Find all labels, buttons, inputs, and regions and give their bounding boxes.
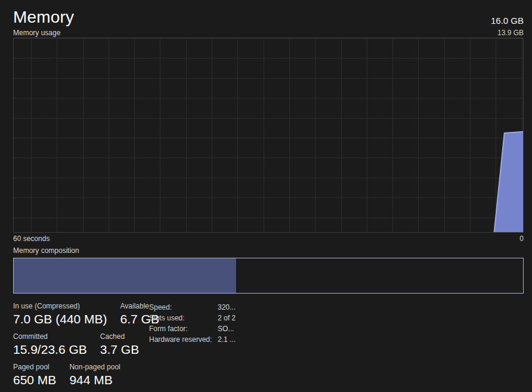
memory-usage-graph[interactable] bbox=[13, 38, 524, 233]
stat-label: Non-paged pool bbox=[69, 363, 120, 371]
usage-time-axis: 60 seconds 0 bbox=[13, 234, 524, 243]
detail-value: 2.1 ... bbox=[218, 334, 236, 345]
detail-hardware-reserved: Hardware reserved: 2.1 ... bbox=[149, 334, 236, 345]
stat-value: 7.0 GB (440 MB) bbox=[13, 311, 107, 327]
usage-scale-max-label: 13.9 GB bbox=[497, 29, 524, 37]
stat-value: 15.9/23.6 GB bbox=[13, 341, 87, 357]
stat-cached: Cached 3.7 GB bbox=[100, 332, 139, 357]
detail-label: Form factor: bbox=[149, 323, 218, 334]
total-memory-value: 16.0 GB bbox=[491, 16, 524, 27]
stat-value: 3.7 GB bbox=[100, 341, 139, 357]
composition-section-label: Memory composition bbox=[13, 246, 524, 255]
time-now-label: 0 bbox=[519, 234, 524, 243]
stat-value: 650 MB bbox=[13, 372, 56, 388]
detail-value: 320... bbox=[218, 302, 236, 313]
memory-usage-area-series bbox=[14, 38, 523, 232]
hardware-details: Speed: 320... Slots used: 2 of 2 Form fa… bbox=[149, 302, 236, 345]
detail-value: SO... bbox=[218, 323, 234, 334]
detail-label: Speed: bbox=[149, 302, 218, 313]
detail-form-factor: Form factor: SO... bbox=[149, 323, 236, 334]
stat-value: 944 MB bbox=[69, 372, 120, 388]
stat-label: Cached bbox=[100, 332, 139, 341]
stat-label: In use (Compressed) bbox=[13, 302, 107, 310]
detail-slots-used: Slots used: 2 of 2 bbox=[149, 313, 236, 323]
detail-value: 2 of 2 bbox=[218, 313, 236, 323]
stat-label: Paged pool bbox=[13, 363, 56, 371]
stat-committed: Committed 15.9/23.6 GB bbox=[13, 332, 87, 357]
stat-row: Committed 15.9/23.6 GB Cached 3.7 GB bbox=[13, 332, 524, 357]
memory-stats: In use (Compressed) 7.0 GB (440 MB) Avai… bbox=[13, 302, 524, 388]
time-span-label: 60 seconds bbox=[13, 234, 50, 243]
stat-paged-pool: Paged pool 650 MB bbox=[13, 363, 56, 388]
stat-label: Committed bbox=[13, 332, 87, 341]
page-title: Memory bbox=[13, 7, 74, 27]
composition-in-use-segment bbox=[14, 258, 237, 293]
detail-speed: Speed: 320... bbox=[149, 302, 236, 313]
stat-in-use: In use (Compressed) 7.0 GB (440 MB) bbox=[13, 302, 107, 327]
memory-composition-bar[interactable] bbox=[13, 258, 524, 294]
stat-row: In use (Compressed) 7.0 GB (440 MB) Avai… bbox=[13, 302, 524, 327]
stat-row: Paged pool 650 MB Non-paged pool 944 MB bbox=[13, 363, 524, 388]
usage-chart-label: Memory usage bbox=[13, 29, 60, 37]
stat-non-paged-pool: Non-paged pool 944 MB bbox=[69, 363, 120, 388]
usage-chart-header: Memory usage 13.9 GB bbox=[13, 29, 524, 37]
detail-label: Hardware reserved: bbox=[149, 334, 218, 345]
detail-label: Slots used: bbox=[149, 313, 218, 323]
header: Memory 16.0 GB bbox=[13, 5, 524, 27]
memory-performance-pane: Memory 16.0 GB Memory usage 13.9 GB 60 s… bbox=[0, 0, 532, 388]
